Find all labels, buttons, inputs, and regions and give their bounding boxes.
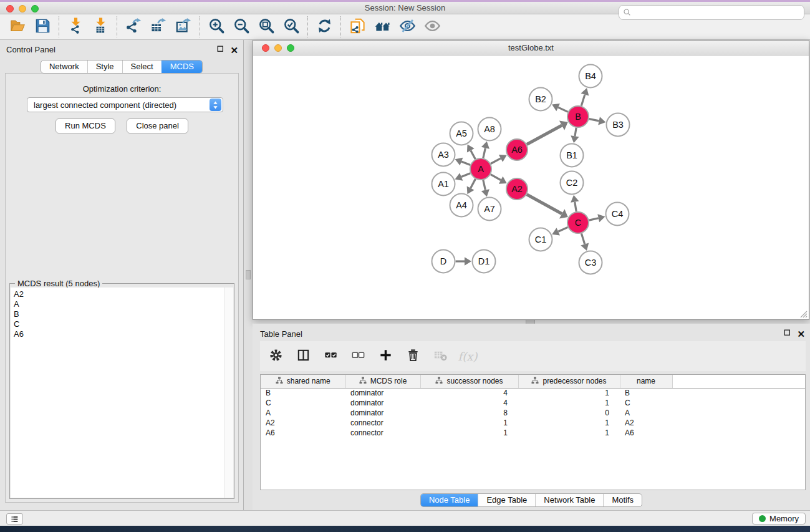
table-cell[interactable]: A2 — [620, 418, 672, 428]
graph-node-B1[interactable]: B1 — [561, 144, 584, 167]
graph-node-A8[interactable]: A8 — [478, 118, 501, 141]
select-all-button[interactable] — [321, 347, 340, 365]
table-tab-network-table[interactable]: Network Table — [535, 494, 603, 506]
table-cell[interactable]: A6 — [620, 428, 672, 438]
memory-button[interactable]: Memory — [752, 513, 806, 525]
trash-button[interactable] — [403, 347, 422, 365]
columns-button[interactable] — [294, 347, 312, 365]
table-row[interactable]: Adominator80A — [261, 408, 805, 418]
table-row[interactable]: Bdominator41B — [261, 388, 805, 398]
tab-style[interactable]: Style — [87, 60, 122, 73]
table-cell[interactable]: C — [620, 398, 672, 408]
zoom-network-window-button[interactable] — [287, 44, 294, 52]
zoom-fit-button[interactable] — [254, 16, 279, 38]
table-tab-node-table[interactable]: Node Table — [421, 494, 478, 506]
mcds-list-scrollbar[interactable] — [224, 288, 233, 498]
column-header-successor-nodes[interactable]: successor nodes — [420, 375, 518, 388]
gear-button[interactable] — [266, 347, 285, 365]
table-cell[interactable]: 0 — [518, 408, 620, 418]
clone-network-button[interactable] — [345, 16, 370, 38]
search-field[interactable] — [619, 5, 804, 20]
minimize-network-window-button[interactable] — [274, 44, 282, 52]
graph-edge-C-C4[interactable] — [589, 214, 605, 222]
float-table-panel-icon[interactable] — [783, 328, 791, 339]
graph-edge-A-A5[interactable] — [467, 145, 475, 160]
graph-edge-C-C1[interactable] — [552, 227, 567, 235]
import-table-button[interactable] — [88, 16, 113, 38]
network-window-titlebar[interactable]: testGlobe.txt — [253, 41, 809, 56]
table-cell[interactable]: A — [261, 408, 345, 418]
graph-node-A1[interactable]: A1 — [432, 173, 455, 196]
table-cell[interactable]: dominator — [345, 388, 420, 398]
export-image-button[interactable] — [171, 16, 196, 38]
graph-node-A7[interactable]: A7 — [478, 198, 501, 221]
table-cell[interactable]: dominator — [345, 408, 420, 418]
export-network-button[interactable] — [121, 16, 146, 38]
table-tab-motifs[interactable]: Motifs — [603, 494, 642, 506]
open-button[interactable] — [5, 16, 30, 38]
float-panel-icon[interactable] — [216, 44, 224, 56]
table-cell[interactable]: 8 — [420, 408, 518, 418]
network-canvas[interactable]: AA1A2A3A4A5A6A7A8BB1B2B3B4CC1C2C3C4DD1 — [253, 56, 809, 319]
refresh-button[interactable] — [312, 16, 337, 38]
mcds-result-item[interactable]: A6 — [14, 329, 233, 339]
graph-edge-B-B1[interactable] — [571, 128, 579, 143]
mcds-result-item[interactable]: C — [14, 319, 233, 329]
minimize-window-button[interactable] — [19, 5, 26, 12]
close-network-window-button[interactable] — [262, 44, 269, 52]
graph-node-A[interactable]: A — [470, 158, 491, 180]
table-cell[interactable]: 1 — [518, 428, 620, 438]
column-header-name[interactable]: name — [620, 375, 672, 388]
table-cell[interactable]: B — [620, 388, 672, 398]
graph-edge-C-C2[interactable] — [571, 195, 579, 211]
close-table-panel-icon[interactable]: ✕ — [797, 330, 805, 338]
mcds-result-item[interactable]: A2 — [14, 289, 233, 299]
table-row[interactable]: A2connector11A2 — [261, 418, 805, 428]
table-cell[interactable]: connector — [345, 418, 420, 428]
graph-node-C[interactable]: C — [567, 212, 589, 233]
table-cell[interactable]: 4 — [420, 398, 518, 408]
graph-node-A6[interactable]: A6 — [506, 139, 528, 160]
graph-node-B4[interactable]: B4 — [579, 65, 602, 88]
tab-select[interactable]: Select — [122, 60, 162, 73]
graph-edge-A-A7[interactable] — [481, 180, 489, 197]
table-cell[interactable]: A2 — [261, 418, 345, 428]
graph-node-A5[interactable]: A5 — [450, 122, 473, 145]
graph-edge-A-A8[interactable] — [481, 142, 489, 158]
graph-node-C4[interactable]: C4 — [606, 203, 629, 226]
table-cell[interactable]: dominator — [345, 398, 420, 408]
graph-edge-D-D1[interactable] — [456, 257, 472, 265]
graph-node-D[interactable]: D — [432, 250, 455, 273]
save-button[interactable] — [30, 16, 55, 38]
tab-network[interactable]: Network — [41, 60, 87, 73]
deselect-all-button[interactable] — [349, 347, 367, 365]
table-row[interactable]: A6connector11A6 — [261, 428, 805, 438]
graph-node-A4[interactable]: A4 — [450, 194, 473, 217]
splitter-grip[interactable] — [246, 270, 251, 279]
graph-edge-B-B3[interactable] — [589, 117, 606, 125]
graph-node-B3[interactable]: B3 — [607, 114, 630, 137]
graph-edge-A-A4[interactable] — [467, 179, 476, 194]
graph-edge-A-A2[interactable] — [491, 175, 507, 184]
graph-node-C3[interactable]: C3 — [579, 251, 602, 274]
table-cell[interactable]: A6 — [261, 428, 345, 438]
graph-node-B[interactable]: B — [567, 106, 589, 127]
graph-node-C1[interactable]: C1 — [529, 228, 552, 251]
graph-node-C2[interactable]: C2 — [561, 172, 584, 195]
table-cell[interactable]: 1 — [518, 388, 620, 398]
table-cell[interactable]: 1 — [420, 418, 518, 428]
graph-edge-A6-B[interactable] — [527, 120, 568, 144]
resize-grip-icon[interactable] — [799, 309, 808, 318]
zoom-out-button[interactable] — [229, 16, 254, 38]
vertical-splitter[interactable] — [244, 40, 253, 510]
column-header-predecessor-nodes[interactable]: predecessor nodes — [518, 375, 620, 388]
zoom-selected-button[interactable] — [279, 16, 304, 38]
graph-node-A2[interactable]: A2 — [506, 178, 528, 200]
table-cell[interactable]: 4 — [420, 388, 518, 398]
mcds-result-item[interactable]: B — [14, 309, 233, 319]
table-cell[interactable]: 1 — [518, 398, 620, 408]
import-network-button[interactable] — [63, 16, 88, 38]
home-button[interactable] — [370, 16, 395, 38]
graph-node-A3[interactable]: A3 — [432, 143, 455, 167]
table-cell[interactable]: C — [261, 398, 345, 408]
